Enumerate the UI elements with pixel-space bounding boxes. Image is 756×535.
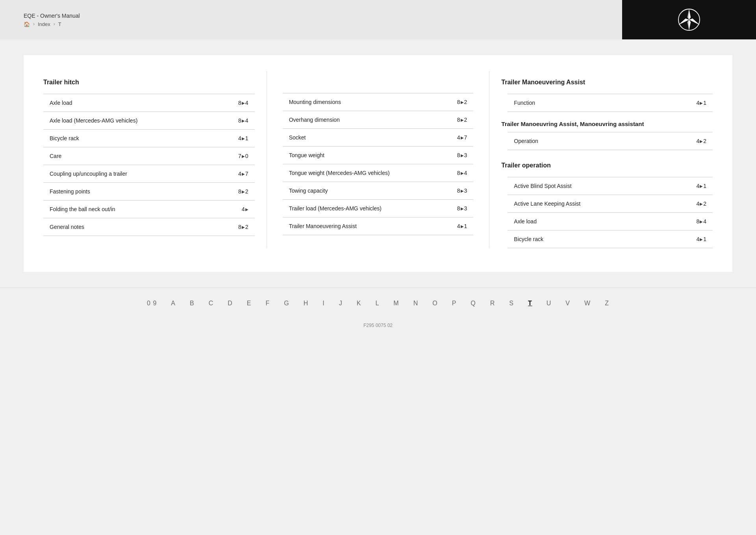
list-item[interactable]: Axle load 8▶4 [508, 213, 713, 230]
alpha-Z[interactable]: Z [598, 296, 616, 311]
col3-heading-2: Trailer operation [501, 162, 713, 169]
list-item[interactable]: General notes 8▶2 [43, 218, 255, 236]
list-item[interactable]: Bicycle rack 4▶1 [43, 130, 255, 147]
alpha-J[interactable]: J [332, 296, 350, 311]
breadcrumb-current: T [58, 21, 61, 27]
arrow-icon: ▶ [700, 219, 703, 224]
list-item[interactable]: Folding the ball neck out/in 4▶ [43, 201, 255, 218]
item-page: 8▶2 [457, 117, 467, 123]
list-item[interactable]: Active Lane Keeping Assist 4▶2 [508, 195, 713, 213]
list-item[interactable]: Fastening points 8▶2 [43, 183, 255, 201]
arrow-icon: ▶ [242, 225, 245, 229]
list-item[interactable]: Tongue weight 8▶3 [283, 147, 474, 164]
item-label: Axle load [50, 100, 238, 106]
alpha-F[interactable]: F [258, 296, 277, 311]
alpha-W[interactable]: W [577, 296, 598, 311]
item-page: 8▶2 [238, 188, 248, 195]
item-page: 8▶3 [457, 188, 467, 194]
item-label: Overhang dimension [289, 117, 457, 123]
alpha-E[interactable]: E [240, 296, 259, 311]
list-item[interactable]: Trailer Manoeuvering Assist 4▶1 [283, 217, 474, 235]
header: EQE - Owner's Manual 🏠 › Index › T [0, 0, 756, 39]
list-item[interactable]: Axle load (Mercedes-AMG vehicles) 8▶4 [43, 112, 255, 130]
alpha-T[interactable]: T [521, 296, 539, 311]
item-label: Axle load [514, 218, 696, 225]
item-label: Active Lane Keeping Assist [514, 201, 696, 207]
item-label: Bicycle rack [50, 135, 238, 141]
col3-subheading-1: Trailer Manoeuvring Assist, Manoeu­vring… [501, 120, 713, 128]
item-page: 4▶1 [696, 100, 706, 106]
breadcrumb-sep-2: › [54, 21, 55, 27]
list-item[interactable]: Active Blind Spot Assist 4▶1 [508, 177, 713, 195]
alpha-I[interactable]: I [315, 296, 332, 311]
alphabet-nav: 0 9 A B C D E F G H I J K L M N O P Q R … [0, 288, 756, 319]
alpha-H[interactable]: H [296, 296, 316, 311]
arrow-icon: ▶ [700, 237, 703, 241]
breadcrumb: 🏠 › Index › T [24, 21, 80, 27]
item-label: Operation [514, 138, 696, 144]
arrow-icon: ▶ [245, 207, 248, 212]
home-icon[interactable]: 🏠 [24, 21, 30, 27]
list-item[interactable]: Coupling up/uncoupling a trailer 4▶7 [43, 165, 255, 183]
alpha-O[interactable]: O [425, 296, 445, 311]
item-label: Axle load (Mercedes-AMG vehicles) [50, 117, 238, 124]
alpha-A[interactable]: A [164, 296, 183, 311]
item-label: Bicycle rack [514, 236, 696, 242]
item-page: 4▶1 [696, 183, 706, 189]
list-item[interactable]: Mounting dimensions 8▶2 [283, 93, 474, 111]
arrow-icon: ▶ [242, 189, 245, 194]
arrow-icon: ▶ [461, 100, 464, 104]
list-item[interactable]: Socket 4▶7 [283, 129, 474, 147]
item-label: Mounting dimensions [289, 99, 457, 105]
item-label: Socket [289, 134, 457, 141]
item-page: 4▶7 [457, 134, 467, 141]
alpha-D[interactable]: D [220, 296, 240, 311]
logo-area [622, 0, 756, 39]
breadcrumb-index[interactable]: Index [38, 21, 50, 27]
svg-marker-2 [687, 9, 689, 20]
manual-title: EQE - Owner's Manual [24, 13, 80, 19]
item-page: 4▶ [242, 206, 248, 212]
item-page: 4▶1 [696, 236, 706, 242]
list-item[interactable]: Operation 4▶2 [508, 132, 713, 150]
item-label: Towing capacity [289, 188, 457, 194]
list-item[interactable]: Trailer load (Mercedes-AMG vehicles) 8▶3 [283, 200, 474, 217]
list-item[interactable]: Bicycle rack 4▶1 [508, 230, 713, 248]
list-item[interactable]: Overhang dimension 8▶2 [283, 111, 474, 129]
arrow-icon: ▶ [461, 118, 464, 122]
list-item[interactable]: Function 4▶1 [508, 94, 713, 112]
mercedes-star-icon [677, 8, 701, 32]
col2-list: Mounting dimensions 8▶2 Overhang dimensi… [283, 93, 474, 235]
svg-marker-5 [678, 19, 689, 25]
alpha-S[interactable]: S [502, 296, 521, 311]
alpha-09[interactable]: 0 9 [140, 296, 164, 311]
alpha-R[interactable]: R [483, 296, 502, 311]
arrow-icon: ▶ [461, 224, 464, 228]
alpha-M[interactable]: M [386, 296, 406, 311]
alpha-C[interactable]: C [202, 296, 221, 311]
item-label: Active Blind Spot Assist [514, 183, 696, 189]
svg-marker-4 [687, 20, 689, 30]
list-item[interactable]: Care 7▶0 [43, 147, 255, 165]
footer-code: F295 0075 02 [0, 319, 756, 336]
alpha-L[interactable]: L [368, 296, 386, 311]
alpha-V[interactable]: V [558, 296, 577, 311]
alpha-Q[interactable]: Q [463, 296, 483, 311]
alpha-N[interactable]: N [406, 296, 426, 311]
list-item[interactable]: Towing capacity 8▶3 [283, 182, 474, 200]
list-item[interactable]: Tongue weight (Mercedes-AMG vehicles) 8▶… [283, 164, 474, 182]
item-label: Folding the ball neck out/in [50, 206, 242, 212]
arrow-icon: ▶ [242, 136, 245, 141]
alpha-B[interactable]: B [183, 296, 202, 311]
alpha-K[interactable]: K [350, 296, 369, 311]
arrow-icon: ▶ [700, 184, 703, 188]
list-item[interactable]: Axle load 8▶4 [43, 94, 255, 112]
alpha-P[interactable]: P [445, 296, 464, 311]
col3-list-1: Function 4▶1 [508, 94, 713, 112]
item-label: Coupling up/uncoupling a trailer [50, 171, 238, 177]
alpha-U[interactable]: U [539, 296, 559, 311]
alpha-G[interactable]: G [277, 296, 296, 311]
col1-list: Axle load 8▶4 Axle load (Mercedes-AMG ve… [43, 94, 255, 236]
item-label: Trailer load (Mercedes-AMG vehicles) [289, 205, 457, 212]
item-page: 4▶1 [457, 223, 467, 229]
